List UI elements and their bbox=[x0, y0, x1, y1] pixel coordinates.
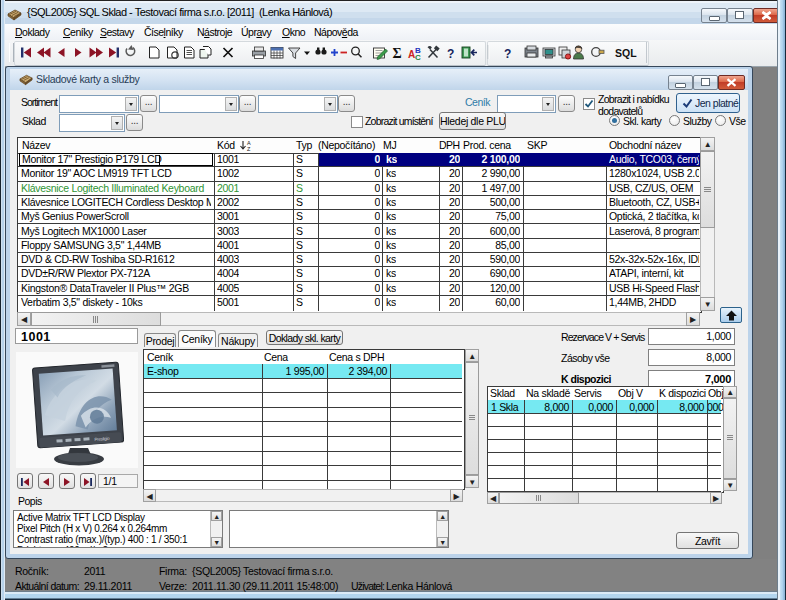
svg-text:SQL: SQL bbox=[615, 47, 637, 59]
svg-text:?: ? bbox=[504, 47, 511, 61]
svg-text:?: ? bbox=[447, 47, 454, 61]
svg-text:Σ: Σ bbox=[393, 46, 402, 61]
svg-text:C: C bbox=[415, 53, 421, 62]
svg-text:A: A bbox=[408, 49, 415, 60]
svg-text:Z: Z bbox=[247, 146, 251, 152]
